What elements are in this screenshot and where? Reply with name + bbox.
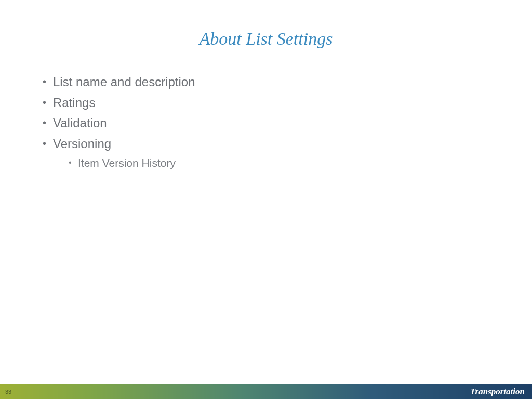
bullet-item: Ratings: [42, 92, 488, 113]
bullet-item: Validation: [42, 113, 488, 134]
slide: About List Settings List name and descri…: [0, 0, 532, 399]
footer-bar: 33 Transportation: [0, 384, 532, 399]
sub-bullet-list: Item Version History: [53, 155, 488, 171]
footer-label: Transportation: [470, 387, 525, 397]
slide-content: List name and description Ratings Valida…: [42, 72, 488, 171]
bullet-text: Versioning: [53, 137, 111, 151]
page-number: 33: [5, 389, 11, 395]
slide-title: About List Settings: [0, 29, 532, 49]
bullet-item: Versioning Item Version History: [42, 134, 488, 171]
bullet-list: List name and description Ratings Valida…: [42, 72, 488, 171]
sub-bullet-item: Item Version History: [53, 155, 488, 171]
bullet-item: List name and description: [42, 72, 488, 92]
